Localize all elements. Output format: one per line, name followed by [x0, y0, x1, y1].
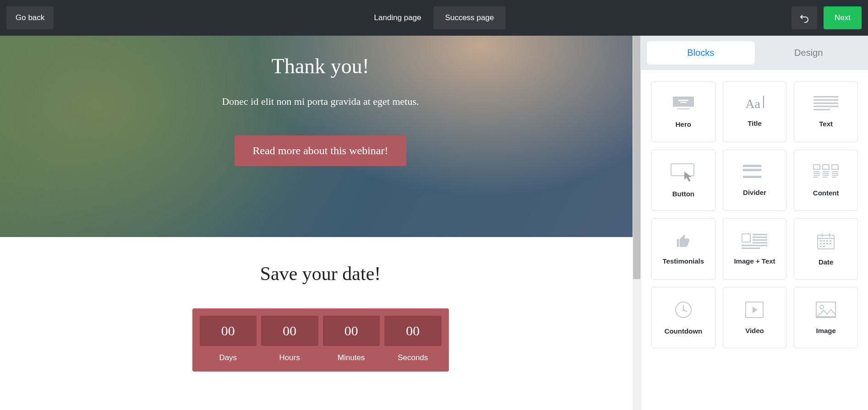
canvas-scrollbar[interactable]: ▲: [633, 36, 641, 410]
countdown-label: Minutes: [338, 353, 365, 362]
block-label: Content: [813, 189, 839, 197]
svg-rect-15: [832, 165, 838, 169]
hero-cta-button[interactable]: Read more about this webinar!: [235, 135, 407, 166]
countdown-cell-seconds: 00 Seconds: [384, 316, 442, 362]
svg-rect-11: [743, 169, 761, 171]
block-hero[interactable]: Hero: [651, 81, 715, 142]
svg-rect-12: [743, 176, 761, 178]
title-block-icon: Aa: [745, 96, 764, 111]
svg-rect-9: [671, 164, 694, 176]
hero-subtitle: Donec id elit non mi porta gravida at eg…: [222, 94, 419, 109]
svg-rect-21: [823, 173, 829, 174]
svg-rect-41: [826, 240, 828, 242]
scrollbar-thumb[interactable]: [633, 36, 640, 279]
block-label: Video: [745, 327, 764, 334]
svg-rect-1: [678, 100, 688, 101]
tab-success-page[interactable]: Success page: [433, 6, 506, 29]
countdown-cell-hours: 00 Hours: [261, 316, 318, 362]
countdown-label: Hours: [279, 353, 300, 362]
tab-landing-page[interactable]: Landing page: [362, 6, 433, 29]
svg-rect-26: [832, 175, 838, 176]
svg-rect-3: [677, 108, 689, 109]
image-text-block-icon: [742, 233, 767, 249]
block-label: Testimonials: [663, 257, 704, 265]
block-countdown[interactable]: Countdown: [651, 287, 715, 348]
block-image-text[interactable]: Image + Text: [723, 218, 787, 280]
svg-rect-13: [813, 165, 820, 169]
block-label: Text: [819, 120, 833, 128]
svg-rect-43: [820, 243, 822, 244]
svg-rect-45: [826, 243, 828, 244]
block-label: Image + Text: [734, 257, 775, 265]
svg-rect-10: [743, 165, 761, 167]
svg-rect-28: [742, 234, 750, 242]
text-block-icon: [813, 96, 838, 112]
svg-rect-47: [820, 246, 822, 247]
save-date-title: Save your date!: [0, 263, 641, 285]
svg-rect-25: [832, 173, 838, 174]
block-title[interactable]: Aa Title: [723, 81, 787, 142]
svg-rect-16: [813, 171, 820, 172]
workspace: Thank you! Donec id elit non mi porta gr…: [0, 36, 868, 410]
hero-block-icon: [672, 96, 695, 112]
svg-rect-33: [742, 245, 767, 246]
svg-rect-40: [823, 240, 825, 242]
svg-rect-31: [753, 239, 767, 241]
thumbs-up-icon: [675, 233, 692, 249]
block-date[interactable]: Date: [794, 218, 858, 280]
svg-rect-34: [742, 248, 760, 249]
side-panel: Blocks Design Hero Aa Title Text: [641, 36, 868, 410]
countdown-value: 00: [200, 316, 257, 346]
svg-point-55: [820, 305, 824, 309]
countdown-value: 00: [261, 316, 318, 346]
clock-icon: [674, 301, 693, 319]
block-button[interactable]: Button: [651, 150, 715, 211]
svg-rect-7: [813, 106, 838, 107]
svg-rect-44: [823, 243, 825, 244]
panel-tab-design[interactable]: Design: [755, 41, 863, 65]
svg-rect-17: [813, 173, 820, 174]
block-label: Date: [819, 258, 834, 266]
block-testimonials[interactable]: Testimonials: [651, 218, 715, 280]
svg-rect-2: [680, 102, 687, 103]
countdown[interactable]: 00 Days 00 Hours 00 Minutes 00 Seconds: [192, 308, 449, 372]
countdown-label: Days: [219, 353, 237, 362]
svg-rect-4: [813, 96, 838, 97]
block-label: Countdown: [665, 327, 702, 335]
svg-rect-46: [830, 243, 831, 244]
topbar: Go back Landing page Success page Next: [0, 0, 868, 36]
svg-rect-8: [813, 109, 830, 110]
block-content[interactable]: Content: [794, 150, 858, 211]
svg-rect-18: [813, 175, 820, 176]
canvas[interactable]: Thank you! Donec id elit non mi porta gr…: [0, 36, 641, 410]
panel-tab-blocks[interactable]: Blocks: [647, 41, 755, 65]
svg-rect-29: [753, 234, 767, 235]
hero-block[interactable]: Thank you! Donec id elit non mi porta gr…: [0, 36, 641, 237]
svg-rect-6: [813, 102, 838, 104]
block-text[interactable]: Text: [794, 81, 858, 142]
go-back-button[interactable]: Go back: [6, 6, 54, 29]
countdown-label: Seconds: [398, 353, 428, 362]
hero-title: Thank you!: [272, 54, 369, 78]
save-date-block[interactable]: Save your date! 00 Days 00 Hours 00 Minu…: [0, 237, 641, 372]
svg-rect-19: [813, 177, 818, 178]
panel-tabs: Blocks Design: [641, 36, 868, 70]
svg-rect-30: [753, 237, 767, 238]
countdown-value: 00: [384, 316, 442, 346]
topbar-right: Next: [792, 6, 862, 29]
undo-icon: [799, 12, 810, 23]
block-label: Divider: [743, 189, 766, 196]
block-image[interactable]: Image: [794, 287, 858, 348]
image-icon: [815, 301, 836, 318]
undo-button[interactable]: [792, 6, 817, 29]
svg-rect-5: [813, 99, 838, 101]
svg-rect-32: [753, 242, 767, 243]
next-button[interactable]: Next: [824, 6, 862, 29]
countdown-value: 00: [323, 316, 380, 346]
block-video[interactable]: Video: [723, 287, 787, 348]
svg-rect-27: [832, 177, 836, 178]
svg-rect-22: [823, 175, 829, 176]
block-divider[interactable]: Divider: [723, 150, 787, 211]
block-label: Hero: [676, 120, 691, 128]
divider-block-icon: [743, 165, 766, 180]
